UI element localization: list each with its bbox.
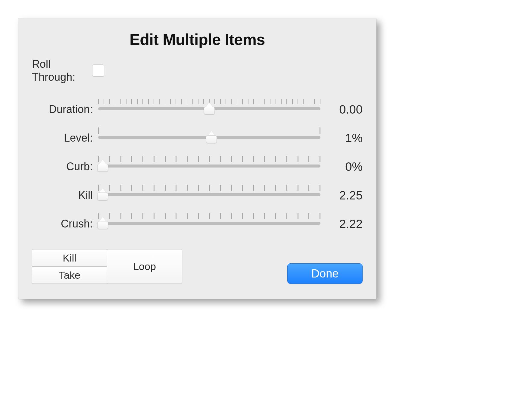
take-button[interactable]: Take [32,266,107,284]
roll-through-label: Roll Through: [32,58,92,83]
done-button[interactable]: Done [287,263,363,284]
edit-multiple-items-panel: Edit Multiple Items Roll Through: Durati… [18,18,376,299]
level-row: Level: 1% [32,118,363,147]
crush-slider[interactable] [98,212,320,233]
curb-label: Curb: [32,160,98,175]
kill-slider-thumb[interactable] [97,189,109,201]
dialog-title: Edit Multiple Items [32,30,363,49]
level-slider[interactable] [98,126,320,147]
duration-row: Duration: 0.00 [32,89,363,118]
curb-slider-thumb[interactable] [97,160,109,172]
duration-value: 0.00 [320,103,363,118]
crush-row: Crush: 2.22 [32,204,363,233]
roll-through-label-line1: Roll [32,58,51,70]
level-label: Level: [32,132,98,147]
crush-label: Crush: [32,218,98,233]
duration-slider-thumb[interactable] [203,103,215,115]
kill-label: Kill [32,189,98,204]
kill-slider[interactable] [98,183,320,204]
roll-through-checkbox[interactable] [92,64,104,77]
curb-row: Curb: 0% [32,147,363,175]
roll-through-label-line2: Through: [32,71,75,83]
kill-value: 2.25 [320,189,363,204]
crush-slider-thumb[interactable] [97,218,109,230]
button-row: Kill Take Loop Done [32,249,363,284]
kill-row: Kill 2.25 [32,175,363,204]
curb-slider[interactable] [98,154,320,175]
kill-button[interactable]: Kill [32,249,107,267]
duration-slider[interactable] [98,97,320,118]
crush-value: 2.22 [320,217,363,233]
level-slider-thumb[interactable] [205,132,217,144]
duration-label: Duration: [32,103,98,118]
level-value: 1% [320,131,363,147]
curb-value: 0% [320,160,363,175]
roll-through-row: Roll Through: [32,58,363,83]
loop-button[interactable]: Loop [107,249,182,284]
